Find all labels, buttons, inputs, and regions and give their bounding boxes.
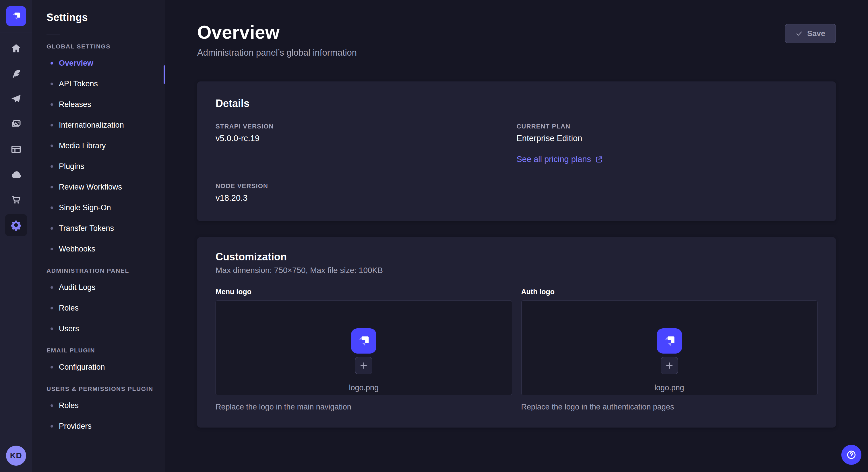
sidebar-item-up-roles[interactable]: Roles xyxy=(32,395,165,416)
upload-label: Auth logo xyxy=(521,288,818,296)
content-manager-layout-icon[interactable] xyxy=(8,141,24,158)
field-value: v18.20.3 xyxy=(216,193,517,203)
customization-card: Customization Max dimension: 750×750, Ma… xyxy=(197,237,836,428)
bullet-icon xyxy=(51,186,53,189)
menu-logo-field: Menu logo logo.png Replace the logo xyxy=(216,288,512,411)
sidebar-item-label: Webhooks xyxy=(59,245,95,254)
add-logo-button[interactable] xyxy=(355,357,372,374)
subnav-sections: GLOBAL SETTINGS Overview API Tokens Rele… xyxy=(32,43,165,436)
workspace-strapi-logo[interactable] xyxy=(6,6,26,26)
bullet-icon xyxy=(51,206,53,209)
page-header: Overview Administration panel’s global i… xyxy=(197,22,836,58)
sidebar-item-internationalization[interactable]: Internationalization xyxy=(32,115,165,135)
sidebar-item-up-providers[interactable]: Providers xyxy=(32,416,165,436)
marketplace-cart-icon[interactable] xyxy=(8,192,24,208)
plus-icon xyxy=(665,361,674,370)
sidebar-item-admin-roles[interactable]: Roles xyxy=(32,298,165,318)
sidebar-item-media-library[interactable]: Media Library xyxy=(32,135,165,156)
subnav-title: Settings xyxy=(46,11,165,24)
field-value: Enterprise Edition xyxy=(517,134,818,143)
strapi-logo-icon xyxy=(355,333,372,349)
bullet-icon xyxy=(51,165,53,168)
sidebar-item-api-tokens[interactable]: API Tokens xyxy=(32,73,165,94)
section-label-email-plugin: EMAIL PLUGIN xyxy=(46,347,165,354)
sidebar-item-label: API Tokens xyxy=(59,79,98,88)
pricing-plans-link-label: See all pricing plans xyxy=(517,155,591,164)
settings-gear-icon[interactable] xyxy=(5,214,27,236)
field-label: CURRENT PLAN xyxy=(517,123,818,130)
bullet-icon xyxy=(51,82,53,85)
sidebar-item-label: Roles xyxy=(59,401,79,410)
help-button[interactable] xyxy=(841,445,861,465)
divider xyxy=(46,34,60,34)
plus-icon xyxy=(360,361,368,370)
sidebar-item-releases[interactable]: Releases xyxy=(32,94,165,115)
bullet-icon xyxy=(51,286,53,289)
question-mark-icon xyxy=(846,449,857,460)
sidebar-item-label: Single Sign-On xyxy=(59,203,111,212)
field-label: STRAPI VERSION xyxy=(216,123,517,130)
sidebar-item-review-workflows[interactable]: Review Workflows xyxy=(32,177,165,197)
deploy-cloud-icon[interactable] xyxy=(8,167,24,183)
page-title: Overview xyxy=(197,22,357,43)
section-label-global-settings: GLOBAL SETTINGS xyxy=(46,43,165,50)
save-button-label: Save xyxy=(807,29,825,38)
sidebar-item-plugins[interactable]: Plugins xyxy=(32,156,165,177)
sidebar-item-label: Providers xyxy=(59,422,92,431)
sidebar-item-webhooks[interactable]: Webhooks xyxy=(32,239,165,259)
page-subtitle: Administration panel’s global informatio… xyxy=(197,47,357,58)
settings-subnav: Settings GLOBAL SETTINGS Overview API To… xyxy=(32,0,165,472)
divider xyxy=(0,32,32,32)
check-icon xyxy=(796,30,803,37)
details-fields: STRAPI VERSION v5.0.0-rc.19 CURRENT PLAN… xyxy=(216,123,817,203)
bullet-icon xyxy=(51,328,53,330)
menu-logo-preview xyxy=(351,328,376,353)
auth-logo-dropzone[interactable]: logo.png xyxy=(521,301,818,395)
strapi-logo-icon xyxy=(10,10,22,22)
user-avatar[interactable]: KD xyxy=(6,446,26,466)
rail-icon-list xyxy=(5,40,27,233)
logo-uploads: Menu logo logo.png Replace the logo xyxy=(216,288,817,411)
bullet-icon xyxy=(51,227,53,230)
external-link-icon xyxy=(595,156,603,164)
add-logo-button[interactable] xyxy=(661,357,678,374)
sidebar-item-email-configuration[interactable]: Configuration xyxy=(32,357,165,377)
field-label: NODE VERSION xyxy=(216,182,517,190)
save-button[interactable]: Save xyxy=(785,24,836,43)
sidebar-item-transfer-tokens[interactable]: Transfer Tokens xyxy=(32,218,165,239)
upload-label: Menu logo xyxy=(216,288,512,296)
content-feather-icon[interactable] xyxy=(8,66,24,82)
strapi-logo-icon xyxy=(661,333,677,349)
sidebar-item-label: Overview xyxy=(59,59,93,68)
sidebar-item-overview[interactable]: Overview xyxy=(32,53,165,73)
sidebar-item-label: Media Library xyxy=(59,141,106,150)
customization-constraints: Max dimension: 750×750, Max file size: 1… xyxy=(216,266,817,275)
rail-bottom: KD xyxy=(0,439,32,472)
pricing-plans-link[interactable]: See all pricing plans xyxy=(517,155,603,164)
customization-card-title: Customization xyxy=(216,251,817,263)
home-icon[interactable] xyxy=(8,40,24,57)
releases-paper-plane-icon[interactable] xyxy=(8,91,24,107)
sidebar-item-label: Review Workflows xyxy=(59,183,122,192)
sidebar-item-audit-logs[interactable]: Audit Logs xyxy=(32,277,165,298)
sidebar-item-label: Transfer Tokens xyxy=(59,224,114,233)
bullet-icon xyxy=(51,124,53,127)
bullet-icon xyxy=(51,144,53,147)
sidebar-item-label: Audit Logs xyxy=(59,283,96,292)
bullet-icon xyxy=(51,62,53,65)
auth-logo-preview xyxy=(657,328,682,353)
sidebar-item-label: Configuration xyxy=(59,363,105,372)
sidebar-item-single-sign-on[interactable]: Single Sign-On xyxy=(32,197,165,218)
main-nav-rail: KD xyxy=(0,0,32,472)
details-card: Details STRAPI VERSION v5.0.0-rc.19 CURR… xyxy=(197,81,836,221)
upload-hint: Replace the logo in the main navigation xyxy=(216,403,512,411)
sidebar-item-label: Internationalization xyxy=(59,121,124,130)
menu-logo-dropzone[interactable]: logo.png xyxy=(216,301,512,395)
field-node-version: NODE VERSION v18.20.3 xyxy=(216,182,517,203)
sidebar-item-admin-users[interactable]: Users xyxy=(32,318,165,339)
subnav-scrollbar-thumb[interactable] xyxy=(164,65,165,84)
main-content: Overview Administration panel’s global i… xyxy=(165,0,868,472)
bullet-icon xyxy=(51,366,53,369)
sidebar-item-label: Roles xyxy=(59,304,79,312)
media-library-pictures-icon[interactable] xyxy=(8,116,24,132)
